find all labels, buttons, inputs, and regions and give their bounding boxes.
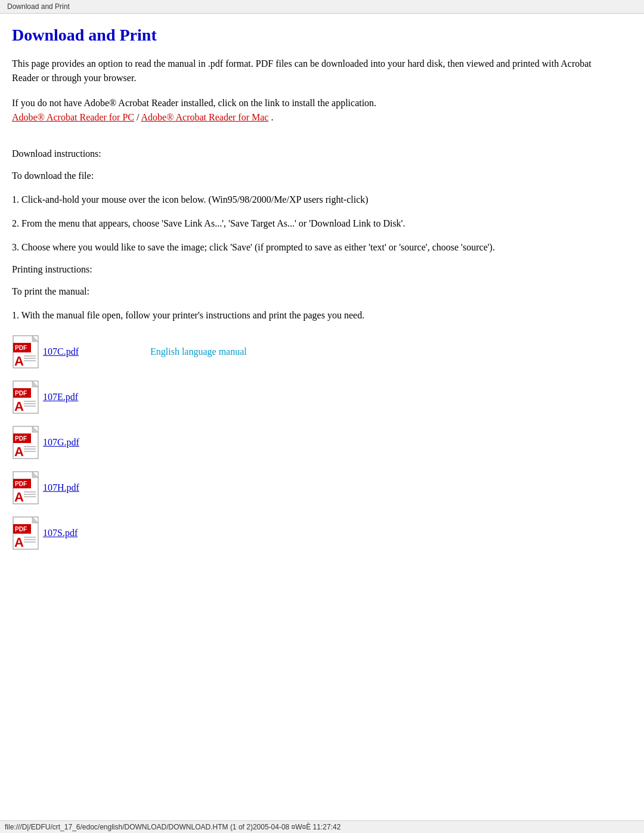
print-intro-text: To print the manual: [12, 284, 620, 299]
svg-text:PDF: PDF [15, 390, 27, 397]
svg-text:A: A [14, 490, 24, 504]
pdf-list: PDFA107C.pdfEnglish language manualPDFA1… [12, 335, 620, 550]
browser-tab-title: Download and Print [7, 2, 70, 11]
pdf-file-link[interactable]: 107E.pdf [43, 392, 114, 402]
status-bar: file:///D|/EDFU/crt_17_6/edoc/english/DO… [0, 820, 644, 833]
pdf-file-link[interactable]: 107S.pdf [43, 528, 114, 538]
intro-paragraph-2: If you do not have Adobe® Acrobat Reader… [12, 96, 620, 125]
intro-paragraph-1: This page provides an option to read the… [12, 57, 620, 85]
pdf-file-link[interactable]: 107H.pdf [43, 482, 114, 493]
svg-text:PDF: PDF [15, 481, 27, 487]
pdf-icon: PDFA [12, 380, 43, 414]
svg-text:PDF: PDF [15, 435, 27, 442]
print-instructions-heading: Printing instructions: [12, 264, 620, 275]
download-step-3: 3. Choose where you would like to save t… [12, 240, 620, 255]
pdf-list-item: PDFA107S.pdf [12, 516, 620, 550]
adobe-links-section: If you do not have Adobe® Acrobat Reader… [12, 96, 620, 125]
browser-tab: Download and Print [0, 0, 644, 14]
svg-text:A: A [14, 444, 24, 459]
svg-text:A: A [14, 535, 24, 550]
download-instructions-heading: Download instructions: [12, 148, 620, 159]
page-title: Download and Print [12, 26, 620, 45]
download-intro-text: To download the file: [12, 169, 620, 183]
svg-text:A: A [14, 399, 24, 414]
page-content: Download and Print This page provides an… [0, 14, 632, 597]
pdf-icon: PDFA [12, 425, 43, 460]
download-step-2: 2. From the menu that appears, choose 'S… [12, 216, 620, 231]
print-step-1: 1. With the manual file open, follow you… [12, 308, 620, 323]
svg-text:PDF: PDF [15, 526, 27, 532]
pdf-description: English language manual [150, 346, 247, 357]
pdf-file-link[interactable]: 107C.pdf [43, 346, 114, 357]
pdf-list-item: PDFA107E.pdf [12, 380, 620, 414]
status-bar-text: file:///D|/EDFU/crt_17_6/edoc/english/DO… [5, 823, 340, 831]
svg-text:A: A [14, 354, 24, 368]
pdf-list-item: PDFA107H.pdf [12, 470, 620, 505]
acrobat-mac-link[interactable]: Adobe® Acrobat Reader for Mac [141, 112, 269, 122]
acrobat-pc-link[interactable]: Adobe® Acrobat Reader for PC [12, 112, 134, 122]
pdf-icon: PDFA [12, 335, 43, 369]
pdf-list-item: PDFA107G.pdf [12, 425, 620, 460]
pdf-file-link[interactable]: 107G.pdf [43, 437, 114, 448]
pdf-list-item: PDFA107C.pdfEnglish language manual [12, 335, 620, 369]
pdf-icon: PDFA [12, 516, 43, 550]
pdf-icon: PDFA [12, 470, 43, 505]
download-step-1: 1. Click-and-hold your mouse over the ic… [12, 193, 620, 207]
svg-text:PDF: PDF [15, 345, 27, 351]
